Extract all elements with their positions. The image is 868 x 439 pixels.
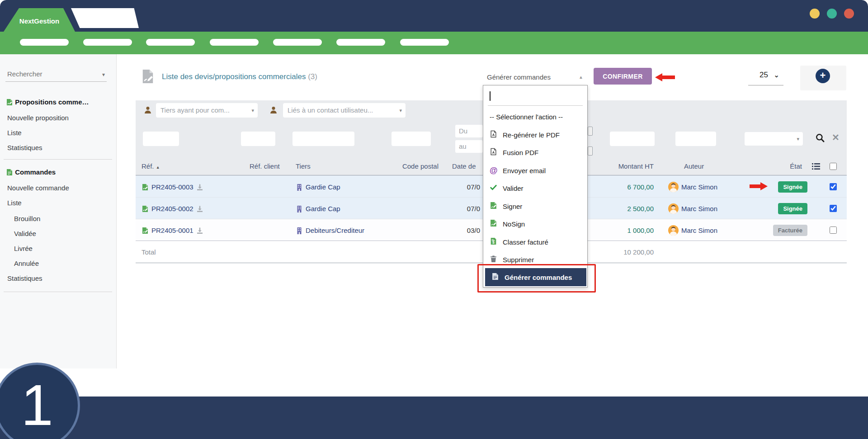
dropdown-option-envoyer-email[interactable]: @Envoyer email (483, 163, 588, 178)
sidebar-item-statistiques-commandes[interactable]: Statistiques (7, 274, 42, 282)
sidebar-search-input[interactable] (5, 68, 93, 78)
ref-client-filter-input[interactable] (241, 132, 275, 146)
tiers-link[interactable]: Gardie Cap (306, 183, 340, 191)
trash-icon (490, 255, 497, 264)
author-link[interactable]: Marc Simon (681, 205, 717, 212)
code-postal-filter-input[interactable] (392, 132, 430, 146)
person-icon (144, 106, 152, 114)
tiers-link[interactable]: Debiteurs/Crediteur (306, 227, 364, 234)
date-from-input[interactable]: Du (455, 125, 483, 137)
select-all-checkbox[interactable] (830, 163, 837, 171)
step-number-badge: 1 (0, 363, 80, 439)
auteur-filter-input[interactable] (676, 132, 716, 146)
tiers-filter-select[interactable]: Tiers ayant pour com... ▾ (156, 103, 258, 118)
caret-down-icon: ▾ (251, 103, 254, 118)
status-badge: Signée (778, 203, 807, 214)
search-icon[interactable] (815, 133, 825, 145)
window-dot-red[interactable] (844, 9, 854, 19)
row-checkbox[interactable] (830, 205, 837, 212)
sidebar-item-brouillon[interactable]: Brouillon (14, 215, 40, 222)
bottom-band (0, 397, 868, 439)
menu-item-placeholder[interactable] (400, 39, 449, 46)
sidebar-item-nouvelle-commande[interactable]: Nouvelle commande (7, 184, 69, 192)
row-checkbox[interactable] (830, 227, 837, 234)
date-to-input[interactable]: au (455, 140, 483, 153)
result-count: (3) (308, 72, 317, 81)
input-underline (488, 105, 583, 106)
list-fields-icon[interactable] (812, 163, 820, 171)
mass-action-dropdown: -- Sélectionner l'action -- Re-générer l… (483, 85, 588, 288)
confirm-button[interactable]: CONFIRMER (594, 68, 652, 85)
caret-down-icon: ▾ (399, 103, 402, 118)
sort-asc-icon[interactable]: ▲ (156, 165, 160, 170)
sidebar-item-livree[interactable]: Livrée (14, 245, 33, 252)
sidebar-section-propositions[interactable]: Propositions comme… (6, 98, 89, 106)
sidebar-item-nouvelle-proposition[interactable]: Nouvelle proposition (7, 114, 69, 122)
dropdown-option-regenerer-pdf[interactable]: Re-générer le PDF (483, 127, 588, 142)
dropdown-option-valider[interactable]: Valider (483, 181, 588, 195)
sidebar-item-validee[interactable]: Validée (14, 230, 36, 237)
dropdown-option-signer[interactable]: Signer (483, 199, 588, 213)
window-dot-yellow[interactable] (810, 9, 820, 19)
etat-filter-select[interactable]: ▾ (745, 132, 803, 146)
avatar (668, 225, 679, 236)
menu-item-placeholder[interactable] (83, 39, 132, 46)
caret-up-icon[interactable]: ▲ (579, 75, 583, 80)
montant-filter-input[interactable] (610, 132, 654, 146)
annotation-highlight-box (477, 264, 596, 293)
close-icon[interactable]: ✕ (832, 132, 840, 143)
menu-item-placeholder[interactable] (336, 39, 385, 46)
proposal-icon (142, 227, 149, 234)
brand-label: NextGestion (19, 17, 59, 25)
pdf-icon (490, 130, 497, 139)
sidebar-divider (4, 292, 112, 292)
sidebar-item-liste-propositions[interactable]: Liste (7, 129, 22, 137)
tiers-filter-input[interactable] (293, 132, 354, 146)
menu-item-placeholder[interactable] (146, 39, 195, 46)
mass-action-select[interactable]: Générer commandes (487, 73, 551, 81)
menu-item-placeholder[interactable] (20, 39, 69, 46)
sidebar-item-liste-commandes[interactable]: Liste (7, 199, 22, 207)
col-auteur[interactable]: Auteur (684, 162, 704, 170)
author-link[interactable]: Marc Simon (681, 183, 717, 191)
col-date[interactable]: Date de (452, 162, 476, 170)
author-link[interactable]: Marc Simon (681, 227, 717, 234)
proposal-ref-link[interactable]: PR2405-0003 (151, 183, 193, 191)
calendar-icon[interactable] (588, 127, 593, 136)
sidebar-item-annulee[interactable]: Annulée (14, 260, 39, 267)
sidebar-item-statistiques-propositions[interactable]: Statistiques (7, 144, 42, 151)
ref-filter-input[interactable] (143, 132, 179, 146)
download-icon[interactable] (196, 205, 203, 212)
page-title: Liste des devis/propositions commerciale… (162, 72, 317, 81)
calendar-icon[interactable] (588, 146, 593, 156)
download-icon[interactable] (196, 227, 203, 234)
col-ref-client[interactable]: Réf. client (250, 162, 280, 170)
sidebar-section-commandes[interactable]: Commandes (6, 168, 56, 176)
col-code-postal[interactable]: Code postal (380, 162, 439, 170)
dropdown-option-nosign[interactable]: NoSign (483, 217, 588, 231)
contact-filter-select[interactable]: Liés à un contact utilisateu... ▾ (283, 103, 406, 118)
menu-item-placeholder[interactable] (273, 39, 322, 46)
col-ref[interactable]: Réf. ▲ (142, 162, 160, 170)
page-size-select[interactable]: 25 ⌄ (760, 71, 779, 80)
col-etat[interactable]: État (757, 162, 802, 170)
dropdown-option-fusion-pdf[interactable]: Fusion PDF (483, 145, 588, 160)
dropdown-option-select-action[interactable]: -- Sélectionner l'action -- (483, 109, 588, 124)
row-checkbox[interactable] (830, 183, 837, 190)
date-cell: 07/0 (443, 176, 480, 198)
secondary-tab[interactable] (71, 8, 139, 28)
annotation-arrow-left-icon (655, 72, 675, 84)
company-icon (296, 205, 303, 212)
sidebar-search[interactable]: ▾ (5, 68, 107, 82)
window-dot-teal[interactable] (827, 9, 837, 19)
menu-item-placeholder[interactable] (210, 39, 259, 46)
col-montant[interactable]: Montant HT (588, 162, 654, 170)
add-proposal-button[interactable]: + (816, 69, 830, 83)
col-tiers[interactable]: Tiers (296, 162, 311, 170)
proposal-ref-link[interactable]: PR2405-0001 (151, 227, 193, 234)
row-checkbox-cell (830, 198, 837, 219)
proposal-ref-link[interactable]: PR2405-0002 (151, 205, 193, 212)
tiers-link[interactable]: Gardie Cap (306, 205, 340, 212)
download-icon[interactable] (196, 183, 203, 191)
dropdown-option-classer-facture[interactable]: $Classer facturé (483, 235, 588, 249)
